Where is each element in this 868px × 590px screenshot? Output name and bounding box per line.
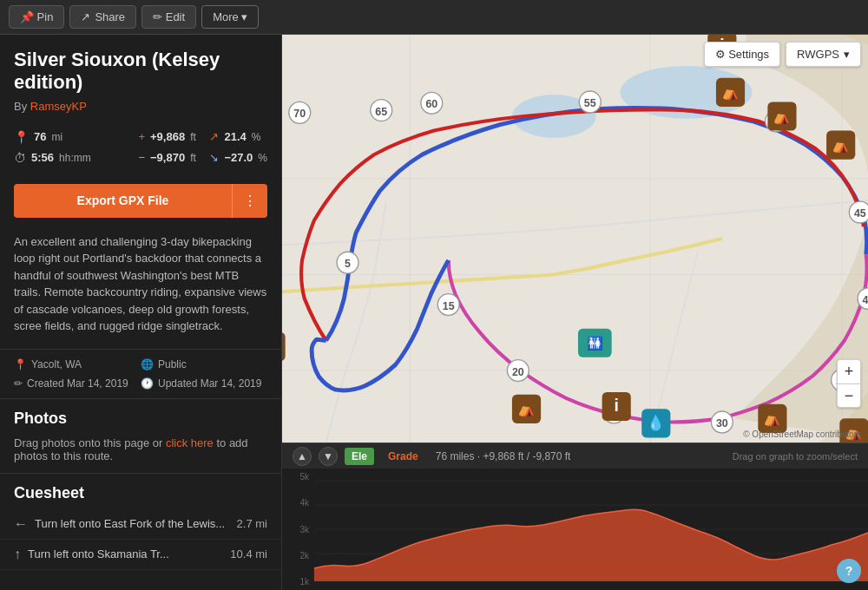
photos-section-title: Photos bbox=[0, 398, 281, 433]
elevation-tab[interactable]: Ele bbox=[345, 448, 374, 465]
svg-text:55: 55 bbox=[584, 97, 596, 109]
export-section: Export GPX File ⋮ bbox=[0, 175, 281, 226]
svg-text:30: 30 bbox=[716, 417, 728, 429]
y-label-2k: 2k bbox=[282, 551, 312, 560]
svg-text:⛺: ⛺ bbox=[517, 400, 536, 418]
gain-icon: + bbox=[138, 130, 145, 143]
svg-text:45: 45 bbox=[854, 207, 866, 220]
elevation-up-button[interactable]: ▲ bbox=[293, 447, 312, 466]
elevation-chart[interactable]: 5k 4k 3k 2k 1k ? bbox=[282, 469, 868, 590]
y-label-4k: 4k bbox=[282, 498, 312, 508]
clock-icon: ⏱ bbox=[14, 151, 26, 165]
pin-button[interactable]: 📌 Pin bbox=[9, 5, 64, 29]
meta-info: 📍 Yacolt, WA 🌐 Public ✏ Created Mar 14, … bbox=[0, 349, 281, 398]
elevation-bar: ▲ ▼ Ele Grade 76 miles · +9,868 ft / -9,… bbox=[282, 442, 868, 469]
privacy-item: 🌐 Public bbox=[141, 357, 267, 372]
gain-stat: + +9,868 ft ↗ 21.4 % bbox=[138, 128, 267, 146]
help-button[interactable]: ? bbox=[837, 559, 861, 583]
privacy-icon: 🌐 bbox=[141, 358, 154, 370]
elevation-stats: 76 miles · +9,868 ft / -9,870 ft bbox=[436, 450, 571, 462]
time-stat: ⏱ 5:56 hh:mm bbox=[14, 149, 138, 167]
svg-text:🚻: 🚻 bbox=[587, 335, 603, 351]
map-background: 65 60 55 5 45 40 35 30 2 bbox=[282, 35, 868, 442]
export-gpx-button[interactable]: Export GPX File bbox=[14, 184, 232, 218]
map-container: 65 60 55 5 45 40 35 30 2 bbox=[282, 35, 868, 590]
elevation-down-button[interactable]: ▼ bbox=[319, 447, 338, 466]
elevation-y-axis: 5k 4k 3k 2k 1k bbox=[282, 469, 312, 590]
distance-stat: 📍 76 mi bbox=[14, 128, 138, 146]
cue-item-2: ↑ Turn left onto Skamania Tr... 10.4 mi bbox=[0, 540, 281, 570]
climb-icon: ↗ bbox=[209, 130, 219, 143]
svg-text:⛺: ⛺ bbox=[773, 108, 791, 126]
top-bar: 📌 Pin ↗ Share ✏ Edit More ▾ bbox=[0, 0, 868, 35]
cuesheet-title: Cuesheet bbox=[0, 473, 281, 509]
zoom-controls: + − bbox=[837, 359, 861, 408]
svg-text:⛺: ⛺ bbox=[832, 136, 850, 154]
svg-text:60: 60 bbox=[425, 98, 437, 110]
cue-item-1: ← Turn left onto East Fork of the Lewis.… bbox=[0, 509, 281, 540]
main-layout: Silver Siouxon (Kelsey edition) By Ramse… bbox=[0, 35, 868, 590]
clock-small-icon: 🕐 bbox=[141, 377, 154, 390]
loss-icon: − bbox=[138, 151, 145, 164]
location-icon: 📍 bbox=[14, 358, 27, 370]
route-description: An excellent and challenging 3-day bikep… bbox=[0, 226, 281, 349]
svg-text:i: i bbox=[615, 396, 619, 415]
svg-text:20: 20 bbox=[512, 366, 524, 378]
svg-text:⛺: ⛺ bbox=[763, 410, 781, 428]
y-label-1k: 1k bbox=[282, 577, 312, 587]
map-controls: ⚙ Settings RWGPS ▾ bbox=[704, 42, 861, 67]
rwgps-button[interactable]: RWGPS ▾ bbox=[786, 42, 861, 67]
map-area[interactable]: 65 60 55 5 45 40 35 30 2 bbox=[282, 35, 868, 442]
photos-description: Drag photos onto this page or click here… bbox=[0, 433, 281, 473]
svg-rect-45 bbox=[282, 332, 286, 361]
svg-text:65: 65 bbox=[375, 106, 387, 118]
share-button[interactable]: ↗ Share bbox=[69, 5, 136, 29]
map-svg: 65 60 55 5 45 40 35 30 2 bbox=[282, 35, 868, 442]
turn-arrow-1: ← bbox=[14, 516, 28, 532]
y-label-3k: 3k bbox=[282, 525, 312, 534]
svg-text:5: 5 bbox=[345, 258, 351, 270]
route-title: Silver Siouxon (Kelsey edition) bbox=[14, 49, 267, 95]
grade-tab[interactable]: Grade bbox=[381, 448, 425, 465]
edit-button[interactable]: ✏ Edit bbox=[141, 5, 196, 29]
photos-link[interactable]: click here bbox=[166, 436, 214, 449]
settings-button[interactable]: ⚙ Settings bbox=[704, 42, 781, 67]
updated-item: 🕐 Updated Mar 14, 2019 bbox=[141, 376, 267, 391]
descent-icon: ↘ bbox=[209, 151, 219, 164]
share-icon: ↗ bbox=[81, 10, 90, 23]
turn-arrow-2: ↑ bbox=[14, 547, 21, 562]
loss-stat: − −9,870 ft ↘ −27.0 % bbox=[138, 149, 267, 167]
export-more-button[interactable]: ⋮ bbox=[232, 184, 267, 218]
route-header: Silver Siouxon (Kelsey edition) By Ramse… bbox=[0, 35, 281, 120]
location-item: 📍 Yacolt, WA bbox=[14, 357, 141, 372]
stats-grid: 📍 76 mi + +9,868 ft ↗ 21.4 % ⏱ 5:56 hh:m… bbox=[0, 120, 281, 175]
more-button[interactable]: More ▾ bbox=[201, 5, 259, 29]
zoom-in-button[interactable]: + bbox=[837, 359, 861, 384]
route-author: By RamseyKP bbox=[14, 100, 267, 113]
zoom-out-button[interactable]: − bbox=[837, 384, 861, 408]
distance-icon: 📍 bbox=[14, 130, 29, 144]
author-link[interactable]: RamseyKP bbox=[30, 100, 87, 113]
map-attribution: © OpenStreetMap contributors bbox=[743, 429, 861, 439]
svg-text:⛺: ⛺ bbox=[721, 83, 740, 102]
svg-text:40: 40 bbox=[863, 294, 868, 306]
dropdown-icon: ▾ bbox=[844, 48, 850, 61]
created-item: ✏ Created Mar 14, 2019 bbox=[14, 376, 141, 391]
elevation-hint: Drag on graph to zoom/select bbox=[733, 451, 858, 462]
svg-text:💧: 💧 bbox=[647, 414, 665, 432]
pencil-icon: ✏ bbox=[14, 377, 23, 390]
sidebar: Silver Siouxon (Kelsey edition) By Ramse… bbox=[0, 35, 282, 590]
svg-text:15: 15 bbox=[443, 300, 455, 312]
svg-text:70: 70 bbox=[293, 108, 306, 120]
y-label-5k: 5k bbox=[282, 472, 312, 482]
